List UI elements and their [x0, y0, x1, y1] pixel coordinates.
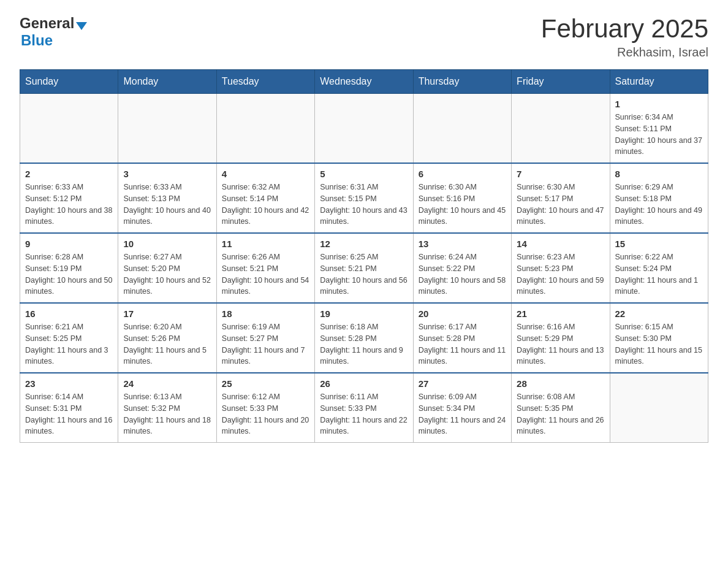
day-number: 16: [25, 308, 113, 319]
day-cell: 18Sunrise: 6:19 AMSunset: 5:27 PMDayligh…: [216, 303, 314, 373]
day-cell: 23Sunrise: 6:14 AMSunset: 5:31 PMDayligh…: [20, 373, 118, 443]
daylight-text: Daylight: 10 hours and 52 minutes.: [123, 276, 210, 296]
sunrise-text: Sunrise: 6:09 AM: [419, 393, 477, 401]
day-cell: [512, 94, 610, 164]
day-info: Sunrise: 6:13 AMSunset: 5:32 PMDaylight:…: [123, 391, 211, 437]
daylight-text: Daylight: 11 hours and 5 minutes.: [123, 346, 207, 366]
day-info: Sunrise: 6:23 AMSunset: 5:23 PMDaylight:…: [517, 251, 604, 297]
day-cell: 27Sunrise: 6:09 AMSunset: 5:34 PMDayligh…: [413, 373, 511, 443]
day-info: Sunrise: 6:24 AMSunset: 5:22 PMDaylight:…: [419, 251, 506, 297]
sunset-text: Sunset: 5:12 PM: [25, 194, 82, 203]
sunset-text: Sunset: 5:16 PM: [419, 194, 475, 203]
sunset-text: Sunset: 5:28 PM: [419, 334, 475, 343]
day-number: 4: [222, 169, 309, 179]
day-info: Sunrise: 6:09 AMSunset: 5:34 PMDaylight:…: [419, 391, 506, 437]
day-info: Sunrise: 6:25 AMSunset: 5:21 PMDaylight:…: [320, 251, 408, 297]
daylight-text: Daylight: 11 hours and 9 minutes.: [320, 346, 403, 366]
logo: General Blue: [20, 15, 87, 49]
day-cell: 10Sunrise: 6:27 AMSunset: 5:20 PMDayligh…: [118, 233, 216, 303]
week-row-1: 1Sunrise: 6:34 AMSunset: 5:11 PMDaylight…: [20, 94, 708, 164]
day-number: 1: [615, 99, 703, 109]
sunset-text: Sunset: 5:22 PM: [419, 264, 475, 273]
day-number: 9: [25, 239, 113, 249]
logo-blue-text: Blue: [21, 32, 53, 49]
daylight-text: Daylight: 11 hours and 3 minutes.: [25, 346, 108, 366]
daylight-text: Daylight: 10 hours and 49 minutes.: [615, 206, 702, 226]
sunrise-text: Sunrise: 6:14 AM: [25, 393, 83, 401]
daylight-text: Daylight: 11 hours and 26 minutes.: [517, 416, 604, 436]
day-cell: 2Sunrise: 6:33 AMSunset: 5:12 PMDaylight…: [20, 163, 118, 233]
day-cell: 1Sunrise: 6:34 AMSunset: 5:11 PMDaylight…: [610, 94, 708, 164]
sunrise-text: Sunrise: 6:34 AM: [615, 113, 673, 121]
sunset-text: Sunset: 5:35 PM: [517, 404, 573, 413]
daylight-text: Daylight: 11 hours and 16 minutes.: [25, 416, 112, 436]
sunset-text: Sunset: 5:24 PM: [615, 264, 672, 273]
header-thursday: Thursday: [413, 70, 511, 94]
day-info: Sunrise: 6:33 AMSunset: 5:13 PMDaylight:…: [123, 182, 211, 228]
sunset-text: Sunset: 5:34 PM: [419, 404, 475, 413]
header-saturday: Saturday: [610, 70, 708, 94]
day-info: Sunrise: 6:30 AMSunset: 5:17 PMDaylight:…: [517, 182, 604, 228]
day-number: 8: [615, 169, 703, 179]
calendar-title: February 2025: [541, 15, 708, 43]
day-cell: 20Sunrise: 6:17 AMSunset: 5:28 PMDayligh…: [413, 303, 511, 373]
sunrise-text: Sunrise: 6:32 AM: [222, 183, 280, 191]
day-cell: 19Sunrise: 6:18 AMSunset: 5:28 PMDayligh…: [315, 303, 413, 373]
sunset-text: Sunset: 5:13 PM: [123, 194, 180, 203]
day-cell: 16Sunrise: 6:21 AMSunset: 5:25 PMDayligh…: [20, 303, 118, 373]
page-header: General Blue February 2025 Rekhasim, Isr…: [20, 15, 708, 59]
sunrise-text: Sunrise: 6:31 AM: [320, 183, 378, 191]
week-row-3: 9Sunrise: 6:28 AMSunset: 5:19 PMDaylight…: [20, 233, 708, 303]
day-number: 2: [25, 169, 113, 179]
day-number: 3: [123, 169, 211, 179]
daylight-text: Daylight: 10 hours and 50 minutes.: [25, 276, 112, 296]
sunrise-text: Sunrise: 6:21 AM: [25, 323, 83, 331]
logo-arrow-icon: [76, 22, 87, 30]
day-number: 14: [517, 239, 604, 249]
day-info: Sunrise: 6:16 AMSunset: 5:29 PMDaylight:…: [517, 321, 604, 367]
day-info: Sunrise: 6:26 AMSunset: 5:21 PMDaylight:…: [222, 251, 309, 297]
day-cell: 14Sunrise: 6:23 AMSunset: 5:23 PMDayligh…: [512, 233, 610, 303]
header-monday: Monday: [118, 70, 216, 94]
day-cell: [216, 94, 314, 164]
day-cell: 21Sunrise: 6:16 AMSunset: 5:29 PMDayligh…: [512, 303, 610, 373]
daylight-text: Daylight: 10 hours and 58 minutes.: [419, 276, 506, 296]
daylight-text: Daylight: 10 hours and 38 minutes.: [25, 206, 112, 226]
header-friday: Friday: [512, 70, 610, 94]
day-info: Sunrise: 6:11 AMSunset: 5:33 PMDaylight:…: [320, 391, 408, 437]
daylight-text: Daylight: 11 hours and 15 minutes.: [615, 346, 702, 366]
day-cell: 13Sunrise: 6:24 AMSunset: 5:22 PMDayligh…: [413, 233, 511, 303]
daylight-text: Daylight: 11 hours and 13 minutes.: [517, 346, 604, 366]
day-info: Sunrise: 6:27 AMSunset: 5:20 PMDaylight:…: [123, 251, 211, 297]
day-number: 23: [25, 378, 113, 389]
day-info: Sunrise: 6:19 AMSunset: 5:27 PMDaylight:…: [222, 321, 309, 367]
day-number: 13: [419, 239, 506, 249]
day-cell: 6Sunrise: 6:30 AMSunset: 5:16 PMDaylight…: [413, 163, 511, 233]
day-cell: 28Sunrise: 6:08 AMSunset: 5:35 PMDayligh…: [512, 373, 610, 443]
day-number: 27: [419, 378, 506, 389]
daylight-text: Daylight: 11 hours and 20 minutes.: [222, 416, 309, 436]
sunrise-text: Sunrise: 6:08 AM: [517, 393, 575, 401]
day-number: 19: [320, 308, 408, 319]
day-info: Sunrise: 6:28 AMSunset: 5:19 PMDaylight:…: [25, 251, 113, 297]
day-cell: 15Sunrise: 6:22 AMSunset: 5:24 PMDayligh…: [610, 233, 708, 303]
day-info: Sunrise: 6:18 AMSunset: 5:28 PMDaylight:…: [320, 321, 408, 367]
day-info: Sunrise: 6:33 AMSunset: 5:12 PMDaylight:…: [25, 182, 113, 228]
day-number: 7: [517, 169, 604, 179]
sunset-text: Sunset: 5:17 PM: [517, 194, 573, 203]
daylight-text: Daylight: 10 hours and 47 minutes.: [517, 206, 604, 226]
day-cell: 17Sunrise: 6:20 AMSunset: 5:26 PMDayligh…: [118, 303, 216, 373]
day-cell: 12Sunrise: 6:25 AMSunset: 5:21 PMDayligh…: [315, 233, 413, 303]
day-cell: 24Sunrise: 6:13 AMSunset: 5:32 PMDayligh…: [118, 373, 216, 443]
day-number: 12: [320, 239, 408, 249]
day-info: Sunrise: 6:31 AMSunset: 5:15 PMDaylight:…: [320, 182, 408, 228]
sunrise-text: Sunrise: 6:25 AM: [320, 253, 378, 261]
calendar-subtitle: Rekhasim, Israel: [541, 45, 708, 59]
sunrise-text: Sunrise: 6:30 AM: [419, 183, 477, 191]
sunset-text: Sunset: 5:33 PM: [320, 404, 376, 413]
sunrise-text: Sunrise: 6:11 AM: [320, 393, 378, 401]
sunrise-text: Sunrise: 6:18 AM: [320, 323, 378, 331]
day-number: 18: [222, 308, 309, 319]
day-number: 21: [517, 308, 604, 319]
daylight-text: Daylight: 11 hours and 22 minutes.: [320, 416, 407, 436]
